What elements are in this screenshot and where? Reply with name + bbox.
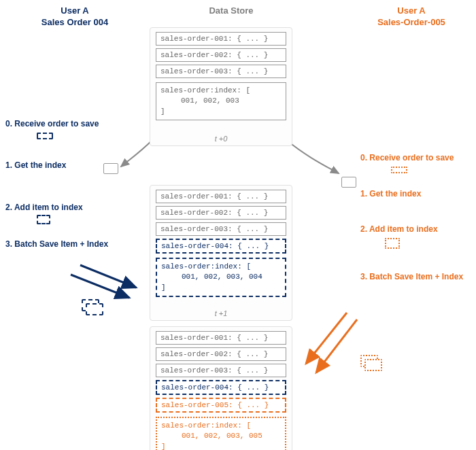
t1-index-tail: ] xyxy=(161,283,281,293)
t2-index-tail: ] xyxy=(161,442,281,450)
t2-row: sales-order-001: { ... } xyxy=(156,331,286,345)
left-col-header: User A Sales Order 004 xyxy=(27,5,122,29)
t2-row-orange: sales-order-005: { ... } xyxy=(156,398,286,413)
center-col-header: Data Store xyxy=(184,5,279,17)
store-t2: sales-order-001: { ... } sales-order-002… xyxy=(150,326,292,450)
t0-index: sales-order:index: [ 001, 002, 003 ] xyxy=(156,82,286,120)
t1-row-new: sales-order-004: { ... } xyxy=(156,239,286,254)
left-step-2-glyph xyxy=(37,215,50,224)
t2-index-body: 001, 002, 003, 005 xyxy=(161,431,281,441)
t2-row: sales-order-003: { ... } xyxy=(156,364,286,377)
t1-timestamp: t +1 xyxy=(150,309,292,317)
t0-index-head: sales-order:index: [ xyxy=(160,86,282,96)
t1-row: sales-order-002: { ... } xyxy=(156,206,286,220)
t0-timestamp: t +0 xyxy=(150,135,292,143)
right-step-1: 1. Get the index xyxy=(360,189,476,200)
right-step-2: 2. Add item to index xyxy=(360,224,476,235)
left-step-3-stack-icon xyxy=(82,299,106,318)
store-t1: sales-order-001: { ... } sales-order-002… xyxy=(150,185,292,321)
t1-row: sales-order-001: { ... } xyxy=(156,190,286,203)
t2-row: sales-order-002: { ... } xyxy=(156,347,286,361)
t2-index: sales-order:index: [ 001, 002, 003, 005 … xyxy=(156,417,286,450)
t1-index: sales-order:index: [ 001, 002, 003, 004 … xyxy=(156,258,286,297)
right-col-header: User A Sales-Order-005 xyxy=(360,5,462,29)
t1-index-head: sales-order:index: [ xyxy=(161,262,281,272)
t1-index-body: 001, 002, 003, 004 xyxy=(161,272,281,282)
left-order: Sales Order 004 xyxy=(27,17,122,29)
t2-index-head: sales-order:index: [ xyxy=(161,421,281,431)
right-step-3: 3. Batch Save Item + Index xyxy=(360,272,469,283)
right-user: User A xyxy=(360,5,462,17)
t0-row: sales-order-002: { ... } xyxy=(156,48,286,62)
left-user: User A xyxy=(27,5,122,17)
left-step-2: 2. Add item to index xyxy=(5,203,128,213)
left-step-0-glyph xyxy=(37,133,53,139)
left-step-0: 0. Receive order to save xyxy=(5,119,128,130)
t0-row: sales-order-001: { ... } xyxy=(156,32,286,46)
center-title: Data Store xyxy=(184,5,279,17)
t1-row: sales-order-003: { ... } xyxy=(156,222,286,236)
t0-index-tail: ] xyxy=(160,107,282,117)
right-step-1-glyph xyxy=(341,177,356,188)
t0-index-body: 001, 002, 003 xyxy=(160,96,282,106)
t2-row-blue: sales-order-004: { ... } xyxy=(156,380,286,395)
right-step-2-glyph xyxy=(385,238,400,249)
store-t0: sales-order-001: { ... } sales-order-002… xyxy=(150,27,292,146)
left-step-3: 3. Batch Save Item + Index xyxy=(5,239,121,250)
left-step-1-glyph xyxy=(103,163,118,174)
right-step-3-stack-icon xyxy=(360,355,385,374)
right-order: Sales-Order-005 xyxy=(360,17,462,29)
right-step-0: 0. Receive order to save xyxy=(360,153,476,164)
right-step-0-glyph xyxy=(391,167,407,173)
t0-row: sales-order-003: { ... } xyxy=(156,65,286,78)
